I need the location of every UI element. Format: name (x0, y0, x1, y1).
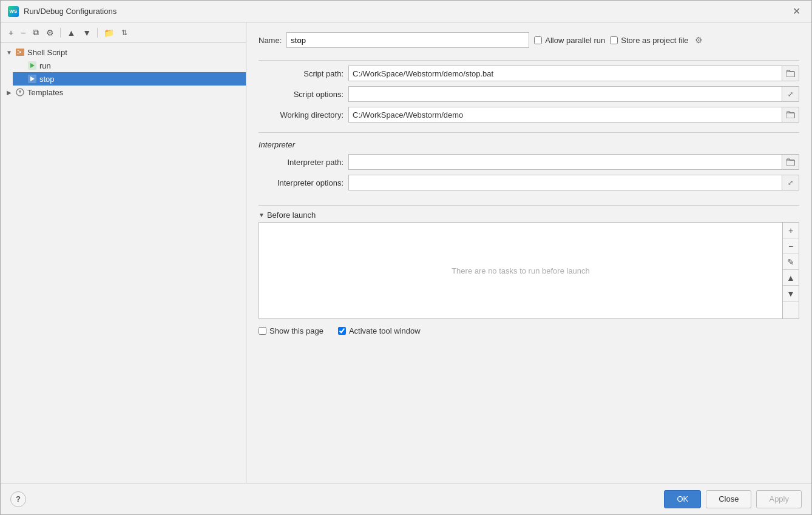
close-window-button[interactable]: ✕ (789, 5, 804, 18)
working-directory-label: Working directory: (259, 110, 343, 119)
working-directory-row: Working directory: (259, 107, 799, 123)
interpreter-path-row: Interpreter path: (259, 154, 799, 170)
activate-tool-window-label[interactable]: Activate tool window (338, 326, 421, 335)
shell-script-label: Shell Script (27, 48, 67, 57)
interpreter-separator (259, 132, 799, 133)
svg-rect-9 (787, 160, 794, 166)
working-directory-browse-button[interactable] (782, 107, 799, 123)
allow-parallel-checkbox[interactable] (534, 36, 542, 44)
ok-button[interactable]: OK (664, 490, 701, 508)
sort-button[interactable]: ⇅ (118, 27, 130, 39)
working-directory-input[interactable] (348, 107, 782, 123)
script-path-browse-button[interactable] (782, 66, 799, 81)
stop-icon (27, 74, 37, 84)
templates-icon (15, 87, 25, 97)
tree-item-run[interactable]: run (13, 59, 246, 72)
bottom-checkboxes: Show this page Activate tool window (259, 326, 799, 335)
working-directory-field (348, 107, 799, 123)
before-launch-toolbar: + − ✎ ▲ ▼ (783, 222, 799, 319)
add-config-button[interactable]: + (5, 26, 16, 39)
help-button[interactable]: ? (10, 491, 26, 507)
move-up-button[interactable]: ▲ (64, 26, 78, 39)
interpreter-options-label: Interpreter options: (259, 178, 343, 187)
show-page-label[interactable]: Show this page (259, 326, 323, 335)
script-options-expand-button[interactable]: ⤢ (782, 86, 799, 102)
templates-expand: ▶ (5, 89, 13, 96)
script-options-field: ⤢ (348, 86, 799, 102)
copy-config-button[interactable]: ⧉ (30, 25, 42, 39)
interpreter-path-input[interactable] (348, 154, 782, 170)
top-separator (259, 60, 799, 61)
script-path-label: Script path: (259, 69, 343, 78)
dialog-title: Run/Debug Configurations (24, 7, 117, 16)
interpreter-section-header: Interpreter (259, 140, 799, 149)
shell-script-group: ▼ >_ Shell Script (1, 45, 246, 86)
apply-button[interactable]: Apply (756, 490, 802, 508)
templates-label: Templates (27, 88, 63, 97)
before-launch-content: There are no tasks to run before launch … (259, 222, 799, 319)
interpreter-path-label: Interpreter path: (259, 158, 343, 167)
dialog-content: + − ⧉ ⚙ ▲ ▼ 📁 ⇅ ▼ (1, 22, 811, 483)
allow-parallel-label[interactable]: Allow parallel run (534, 36, 605, 45)
tree-children: run stop (1, 59, 246, 86)
before-launch-edit-button[interactable]: ✎ (783, 254, 799, 270)
name-row: Name: Allow parallel run Store as projec… (259, 32, 799, 48)
title-bar-left: WS Run/Debug Configurations (8, 6, 117, 17)
config-tree: ▼ >_ Shell Script (1, 43, 246, 483)
script-path-input[interactable] (348, 66, 782, 81)
before-launch-up-button[interactable]: ▲ (783, 270, 799, 286)
interpreter-path-browse-button[interactable] (782, 154, 799, 170)
dialog-footer: ? OK Close Apply (1, 483, 811, 514)
name-input[interactable] (286, 32, 529, 48)
before-launch-add-button[interactable]: + (783, 223, 799, 238)
name-label: Name: (259, 36, 282, 45)
remove-config-button[interactable]: − (18, 26, 29, 39)
script-path-field (348, 66, 799, 81)
before-launch-header: ▼ Before launch (259, 210, 799, 220)
before-launch-label: Before launch (267, 210, 316, 220)
store-as-project-label[interactable]: Store as project file (610, 36, 688, 45)
no-tasks-text: There are no tasks to run before launch (452, 266, 590, 275)
run-label: run (39, 61, 51, 70)
store-as-project-checkbox[interactable] (610, 36, 618, 44)
before-launch-collapse-arrow[interactable]: ▼ (259, 212, 265, 218)
show-page-checkbox[interactable] (259, 327, 266, 335)
svg-rect-7 (787, 72, 794, 77)
before-launch-remove-button[interactable]: − (783, 238, 799, 254)
interpreter-options-field: ⤢ (348, 175, 799, 190)
main-form: Name: Allow parallel run Store as projec… (246, 22, 811, 483)
run-icon (27, 61, 37, 70)
script-options-row: Script options: ⤢ (259, 86, 799, 102)
stop-label: stop (39, 75, 55, 84)
sidebar-toolbar: + − ⧉ ⚙ ▲ ▼ 📁 ⇅ (1, 22, 246, 43)
svg-text:>_: >_ (17, 47, 25, 56)
script-options-label: Script options: (259, 90, 343, 99)
run-debug-dialog: WS Run/Debug Configurations ✕ + − ⧉ ⚙ ▲ … (0, 0, 812, 515)
footer-buttons: OK Close Apply (664, 490, 802, 508)
project-settings-gear-button[interactable]: ⚙ (694, 34, 704, 46)
close-button[interactable]: Close (706, 490, 751, 508)
sidebar: + − ⧉ ⚙ ▲ ▼ 📁 ⇅ ▼ (1, 22, 246, 483)
folder-button[interactable]: 📁 (101, 26, 117, 39)
tree-item-templates[interactable]: ▶ Templates (1, 86, 246, 99)
interpreter-options-expand-button[interactable]: ⤢ (782, 175, 799, 190)
script-options-input[interactable] (348, 86, 782, 102)
move-down-button[interactable]: ▼ (80, 26, 94, 39)
expand-icon: ▼ (5, 49, 13, 56)
tree-item-shell-script[interactable]: ▼ >_ Shell Script (1, 45, 246, 59)
before-launch-down-button[interactable]: ▼ (783, 286, 799, 301)
settings-button[interactable]: ⚙ (43, 26, 57, 39)
title-bar: WS Run/Debug Configurations ✕ (1, 1, 811, 22)
svg-rect-8 (787, 113, 794, 118)
before-launch-separator (259, 205, 799, 206)
interpreter-options-input[interactable] (348, 175, 782, 190)
interpreter-path-field (348, 154, 799, 170)
activate-tool-window-checkbox[interactable] (338, 327, 346, 335)
toolbar-separator (60, 28, 61, 38)
before-launch-section: ▼ Before launch There are no tasks to ru… (259, 200, 799, 319)
before-launch-list: There are no tasks to run before launch (259, 222, 783, 319)
interpreter-options-row: Interpreter options: ⤢ (259, 175, 799, 190)
script-path-row: Script path: (259, 66, 799, 81)
app-logo: WS (8, 6, 19, 17)
tree-item-stop[interactable]: stop (13, 72, 246, 86)
